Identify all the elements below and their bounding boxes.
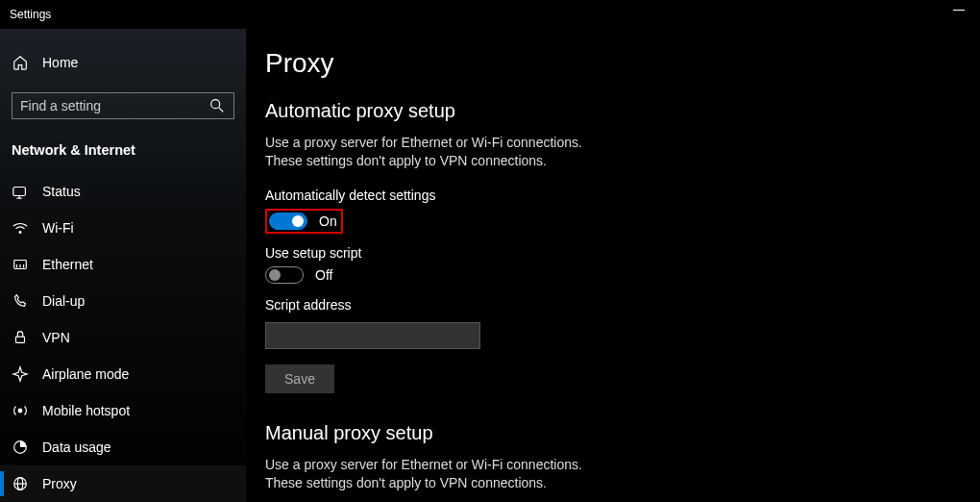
auto-detect-label: Automatically detect settings (265, 188, 980, 203)
svg-point-11 (18, 409, 22, 413)
svg-rect-10 (16, 337, 25, 342)
sidebar-item-label: Ethernet (42, 257, 93, 272)
sidebar-item-status[interactable]: Status (0, 173, 246, 210)
sidebar-item-label: Status (42, 184, 81, 199)
window-titlebar: Settings (0, 0, 980, 29)
svg-rect-2 (13, 188, 26, 196)
sidebar: Home Network & Internet Status Wi-Fi (0, 29, 246, 502)
svg-line-1 (219, 108, 224, 113)
sidebar-item-label: Airplane mode (42, 366, 129, 382)
sidebar-item-hotspot[interactable]: Mobile hotspot (0, 392, 246, 429)
main-panel: Proxy Automatic proxy setup Use a proxy … (246, 29, 980, 502)
manual-heading: Manual proxy setup (265, 422, 980, 444)
sidebar-item-label: Mobile hotspot (42, 403, 130, 418)
minimize-icon[interactable] (953, 10, 965, 11)
script-address-label: Script address (265, 297, 980, 313)
sidebar-item-label: Wi-Fi (42, 220, 74, 236)
dialup-icon (12, 292, 29, 310)
search-input[interactable] (20, 98, 208, 113)
setup-script-label: Use setup script (265, 245, 980, 261)
sidebar-item-ethernet[interactable]: Ethernet (0, 246, 246, 283)
sidebar-home[interactable]: Home (0, 46, 246, 79)
automatic-desc: Use a proxy server for Ethernet or Wi-Fi… (265, 134, 611, 170)
vpn-icon (12, 329, 29, 346)
sidebar-item-vpn[interactable]: VPN (0, 319, 246, 356)
svg-point-5 (19, 232, 21, 234)
auto-detect-toggle[interactable] (269, 213, 307, 230)
page-title: Proxy (265, 48, 980, 79)
sidebar-item-label: VPN (42, 330, 70, 345)
hotspot-icon (12, 402, 29, 419)
highlight-annotation: On (265, 209, 343, 234)
save-button[interactable]: Save (265, 364, 334, 393)
automatic-heading: Automatic proxy setup (265, 100, 980, 122)
sidebar-item-proxy[interactable]: Proxy (0, 465, 246, 502)
sidebar-item-label: Dial-up (42, 293, 85, 309)
sidebar-item-label: Data usage (42, 439, 111, 455)
search-icon (208, 97, 226, 114)
manual-desc: Use a proxy server for Ethernet or Wi-Fi… (265, 456, 611, 492)
sidebar-home-label: Home (42, 55, 78, 70)
sidebar-item-airplane[interactable]: Airplane mode (0, 356, 246, 392)
ethernet-icon (12, 256, 29, 273)
window-title: Settings (10, 8, 51, 21)
sidebar-item-wifi[interactable]: Wi-Fi (0, 210, 246, 246)
sidebar-item-label: Proxy (42, 476, 77, 491)
sidebar-category: Network & Internet (12, 142, 246, 158)
setup-script-toggle[interactable] (265, 266, 304, 284)
manual-proxy-section: Manual proxy setup Use a proxy server fo… (265, 422, 980, 502)
script-address-input[interactable] (265, 322, 480, 349)
svg-point-0 (211, 100, 220, 109)
proxy-icon (12, 475, 29, 492)
data-usage-icon (12, 439, 29, 456)
status-icon (12, 183, 29, 200)
airplane-icon (12, 365, 29, 383)
home-icon (12, 54, 29, 71)
sidebar-item-datausage[interactable]: Data usage (0, 429, 246, 465)
setup-script-state: Off (315, 267, 332, 283)
sidebar-item-dialup[interactable]: Dial-up (0, 283, 246, 319)
automatic-proxy-section: Automatic proxy setup Use a proxy server… (265, 100, 980, 393)
auto-detect-state: On (319, 213, 337, 229)
search-box[interactable] (12, 92, 234, 119)
sidebar-navlist: Status Wi-Fi Ethernet Dial-up (0, 173, 246, 502)
wifi-icon (12, 219, 29, 237)
